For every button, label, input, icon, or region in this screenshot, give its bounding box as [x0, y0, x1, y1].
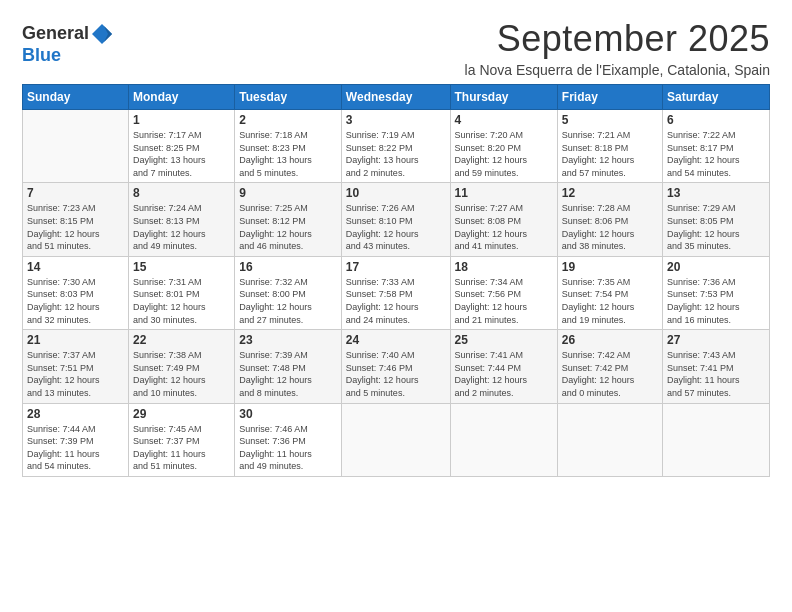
day-number: 22: [133, 333, 230, 347]
day-info: Sunrise: 7:26 AM Sunset: 8:10 PM Dayligh…: [346, 202, 446, 252]
table-row: 1Sunrise: 7:17 AM Sunset: 8:25 PM Daylig…: [129, 110, 235, 183]
day-number: 13: [667, 186, 765, 200]
day-number: 26: [562, 333, 658, 347]
day-number: 5: [562, 113, 658, 127]
day-number: 30: [239, 407, 337, 421]
day-info: Sunrise: 7:42 AM Sunset: 7:42 PM Dayligh…: [562, 349, 658, 399]
table-row: 12Sunrise: 7:28 AM Sunset: 8:06 PM Dayli…: [557, 183, 662, 256]
table-row: 13Sunrise: 7:29 AM Sunset: 8:05 PM Dayli…: [663, 183, 770, 256]
day-number: 20: [667, 260, 765, 274]
day-number: 3: [346, 113, 446, 127]
calendar-week-row: 7Sunrise: 7:23 AM Sunset: 8:15 PM Daylig…: [23, 183, 770, 256]
col-wednesday: Wednesday: [341, 85, 450, 110]
day-info: Sunrise: 7:45 AM Sunset: 7:37 PM Dayligh…: [133, 423, 230, 473]
day-info: Sunrise: 7:36 AM Sunset: 7:53 PM Dayligh…: [667, 276, 765, 326]
day-number: 19: [562, 260, 658, 274]
month-title: September 2025: [465, 18, 770, 60]
col-tuesday: Tuesday: [235, 85, 342, 110]
calendar-table: Sunday Monday Tuesday Wednesday Thursday…: [22, 84, 770, 477]
table-row: 8Sunrise: 7:24 AM Sunset: 8:13 PM Daylig…: [129, 183, 235, 256]
calendar-week-row: 21Sunrise: 7:37 AM Sunset: 7:51 PM Dayli…: [23, 330, 770, 403]
table-row: 25Sunrise: 7:41 AM Sunset: 7:44 PM Dayli…: [450, 330, 557, 403]
logo-general-text: General: [22, 23, 89, 43]
day-info: Sunrise: 7:39 AM Sunset: 7:48 PM Dayligh…: [239, 349, 337, 399]
day-info: Sunrise: 7:40 AM Sunset: 7:46 PM Dayligh…: [346, 349, 446, 399]
logo-blue-text: Blue: [22, 45, 61, 65]
day-info: Sunrise: 7:22 AM Sunset: 8:17 PM Dayligh…: [667, 129, 765, 179]
day-info: Sunrise: 7:27 AM Sunset: 8:08 PM Dayligh…: [455, 202, 553, 252]
day-info: Sunrise: 7:37 AM Sunset: 7:51 PM Dayligh…: [27, 349, 124, 399]
table-row: 23Sunrise: 7:39 AM Sunset: 7:48 PM Dayli…: [235, 330, 342, 403]
day-number: 29: [133, 407, 230, 421]
table-row: [663, 403, 770, 476]
table-row: [557, 403, 662, 476]
day-number: 18: [455, 260, 553, 274]
day-number: 28: [27, 407, 124, 421]
col-sunday: Sunday: [23, 85, 129, 110]
day-number: 12: [562, 186, 658, 200]
day-info: Sunrise: 7:33 AM Sunset: 7:58 PM Dayligh…: [346, 276, 446, 326]
day-info: Sunrise: 7:28 AM Sunset: 8:06 PM Dayligh…: [562, 202, 658, 252]
day-number: 10: [346, 186, 446, 200]
day-info: Sunrise: 7:17 AM Sunset: 8:25 PM Dayligh…: [133, 129, 230, 179]
day-info: Sunrise: 7:43 AM Sunset: 7:41 PM Dayligh…: [667, 349, 765, 399]
day-number: 27: [667, 333, 765, 347]
table-row: 15Sunrise: 7:31 AM Sunset: 8:01 PM Dayli…: [129, 256, 235, 329]
day-info: Sunrise: 7:31 AM Sunset: 8:01 PM Dayligh…: [133, 276, 230, 326]
col-thursday: Thursday: [450, 85, 557, 110]
table-row: 19Sunrise: 7:35 AM Sunset: 7:54 PM Dayli…: [557, 256, 662, 329]
day-number: 15: [133, 260, 230, 274]
day-info: Sunrise: 7:23 AM Sunset: 8:15 PM Dayligh…: [27, 202, 124, 252]
title-block: September 2025 la Nova Esquerra de l'Eix…: [465, 18, 770, 78]
calendar-week-row: 14Sunrise: 7:30 AM Sunset: 8:03 PM Dayli…: [23, 256, 770, 329]
calendar-header-row: Sunday Monday Tuesday Wednesday Thursday…: [23, 85, 770, 110]
table-row: 29Sunrise: 7:45 AM Sunset: 7:37 PM Dayli…: [129, 403, 235, 476]
table-row: 18Sunrise: 7:34 AM Sunset: 7:56 PM Dayli…: [450, 256, 557, 329]
day-info: Sunrise: 7:44 AM Sunset: 7:39 PM Dayligh…: [27, 423, 124, 473]
day-info: Sunrise: 7:24 AM Sunset: 8:13 PM Dayligh…: [133, 202, 230, 252]
day-number: 25: [455, 333, 553, 347]
day-info: Sunrise: 7:21 AM Sunset: 8:18 PM Dayligh…: [562, 129, 658, 179]
table-row: 2Sunrise: 7:18 AM Sunset: 8:23 PM Daylig…: [235, 110, 342, 183]
calendar-week-row: 28Sunrise: 7:44 AM Sunset: 7:39 PM Dayli…: [23, 403, 770, 476]
table-row: 21Sunrise: 7:37 AM Sunset: 7:51 PM Dayli…: [23, 330, 129, 403]
table-row: 28Sunrise: 7:44 AM Sunset: 7:39 PM Dayli…: [23, 403, 129, 476]
day-number: 2: [239, 113, 337, 127]
table-row: 26Sunrise: 7:42 AM Sunset: 7:42 PM Dayli…: [557, 330, 662, 403]
day-info: Sunrise: 7:18 AM Sunset: 8:23 PM Dayligh…: [239, 129, 337, 179]
day-number: 24: [346, 333, 446, 347]
day-number: 7: [27, 186, 124, 200]
location-subtitle: la Nova Esquerra de l'Eixample, Cataloni…: [465, 62, 770, 78]
table-row: [450, 403, 557, 476]
day-info: Sunrise: 7:30 AM Sunset: 8:03 PM Dayligh…: [27, 276, 124, 326]
col-monday: Monday: [129, 85, 235, 110]
table-row: 24Sunrise: 7:40 AM Sunset: 7:46 PM Dayli…: [341, 330, 450, 403]
col-friday: Friday: [557, 85, 662, 110]
logo: General Blue: [22, 22, 115, 66]
table-row: 14Sunrise: 7:30 AM Sunset: 8:03 PM Dayli…: [23, 256, 129, 329]
table-row: 16Sunrise: 7:32 AM Sunset: 8:00 PM Dayli…: [235, 256, 342, 329]
day-info: Sunrise: 7:46 AM Sunset: 7:36 PM Dayligh…: [239, 423, 337, 473]
day-number: 16: [239, 260, 337, 274]
table-row: 7Sunrise: 7:23 AM Sunset: 8:15 PM Daylig…: [23, 183, 129, 256]
table-row: 4Sunrise: 7:20 AM Sunset: 8:20 PM Daylig…: [450, 110, 557, 183]
day-info: Sunrise: 7:38 AM Sunset: 7:49 PM Dayligh…: [133, 349, 230, 399]
table-row: 22Sunrise: 7:38 AM Sunset: 7:49 PM Dayli…: [129, 330, 235, 403]
table-row: 27Sunrise: 7:43 AM Sunset: 7:41 PM Dayli…: [663, 330, 770, 403]
table-row: 17Sunrise: 7:33 AM Sunset: 7:58 PM Dayli…: [341, 256, 450, 329]
day-number: 4: [455, 113, 553, 127]
day-number: 23: [239, 333, 337, 347]
day-number: 6: [667, 113, 765, 127]
table-row: [341, 403, 450, 476]
table-row: 30Sunrise: 7:46 AM Sunset: 7:36 PM Dayli…: [235, 403, 342, 476]
day-number: 14: [27, 260, 124, 274]
table-row: 20Sunrise: 7:36 AM Sunset: 7:53 PM Dayli…: [663, 256, 770, 329]
calendar-week-row: 1Sunrise: 7:17 AM Sunset: 8:25 PM Daylig…: [23, 110, 770, 183]
col-saturday: Saturday: [663, 85, 770, 110]
table-row: 6Sunrise: 7:22 AM Sunset: 8:17 PM Daylig…: [663, 110, 770, 183]
day-info: Sunrise: 7:25 AM Sunset: 8:12 PM Dayligh…: [239, 202, 337, 252]
day-info: Sunrise: 7:19 AM Sunset: 8:22 PM Dayligh…: [346, 129, 446, 179]
logo-icon: [90, 22, 114, 46]
table-row: 11Sunrise: 7:27 AM Sunset: 8:08 PM Dayli…: [450, 183, 557, 256]
day-info: Sunrise: 7:32 AM Sunset: 8:00 PM Dayligh…: [239, 276, 337, 326]
